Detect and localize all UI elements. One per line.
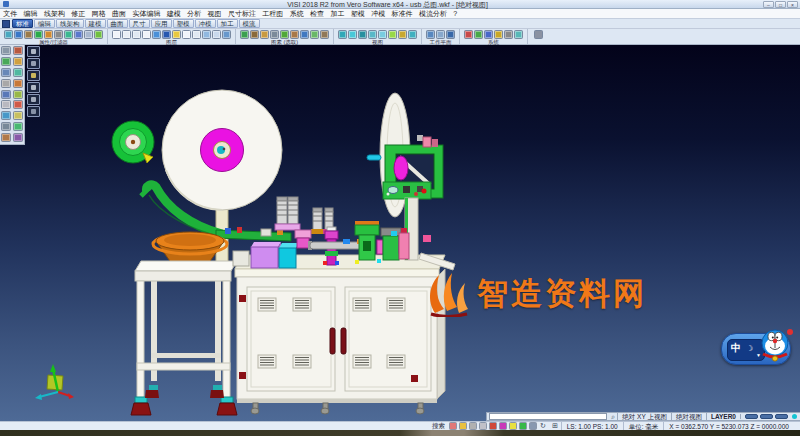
menu-item-12[interactable]: 系统 [287, 9, 307, 19]
toolbar-icon-3-2[interactable] [358, 30, 367, 39]
sidebar-tool-icon-9[interactable] [13, 90, 23, 99]
toolbar-icon-0-3[interactable] [34, 30, 43, 39]
toolbar-icon-5-1[interactable] [474, 30, 483, 39]
toolbar-icon-5-5[interactable] [514, 30, 523, 39]
view-button-3[interactable] [27, 82, 40, 93]
toolbar-icon-1-3[interactable] [142, 30, 151, 39]
ribbon-tab-4[interactable]: 曲面 [107, 19, 128, 28]
snap-icon-7[interactable] [519, 422, 527, 430]
status-swatch-0[interactable] [745, 414, 758, 419]
toolbar-icon-2-2[interactable] [260, 30, 269, 39]
toolbar-icon-1-6[interactable] [172, 30, 181, 39]
menu-item-3[interactable]: 修正 [68, 9, 88, 19]
toolbar-icon-1-1[interactable] [122, 30, 131, 39]
menu-item-1[interactable]: 编辑 [20, 9, 40, 19]
snap-icon-1[interactable] [459, 422, 467, 430]
toolbar-icon-2-5[interactable] [290, 30, 299, 39]
sidebar-tool-icon-8[interactable] [1, 90, 11, 99]
status-swatch-1[interactable] [760, 414, 773, 419]
toolbar-icon-2-3[interactable] [270, 30, 279, 39]
toolbar-icon-3-0[interactable] [338, 30, 347, 39]
menu-item-14[interactable]: 加工 [327, 9, 347, 19]
status-search-input[interactable] [489, 413, 607, 420]
menu-item-6[interactable]: 实体编辑 [129, 9, 163, 19]
ribbon-tab-3[interactable]: 建模 [85, 19, 106, 28]
snap-icon-3[interactable] [479, 422, 487, 430]
toolbar-icon-2-4[interactable] [280, 30, 289, 39]
menu-item-4[interactable]: 网格 [89, 9, 109, 19]
toolbar-icon-3-7[interactable] [408, 30, 417, 39]
sidebar-tool-icon-6[interactable] [1, 79, 11, 88]
toolbar-icon-1-4[interactable] [152, 30, 161, 39]
toolbar-icon-0-0[interactable] [4, 30, 13, 39]
toolbar-icon-5-0[interactable] [464, 30, 473, 39]
toolbar-icon-1-10[interactable] [212, 30, 221, 39]
toolbar-icon-2-0[interactable] [240, 30, 249, 39]
toolbar-icon-1-2[interactable] [132, 30, 141, 39]
search-icon[interactable]: ⌕ [611, 413, 615, 420]
toolbar-icon-0-9[interactable] [94, 30, 103, 39]
toolbar-icon-3-5[interactable] [388, 30, 397, 39]
sidebar-tool-icon-12[interactable] [1, 111, 11, 120]
snap-icon-4[interactable] [489, 422, 497, 430]
workplane-indicator[interactable]: 绝对 XY 上视图 [617, 412, 671, 421]
toolbar-icon-4-2[interactable] [446, 30, 455, 39]
menu-item-2[interactable]: 线架构 [41, 9, 68, 19]
sidebar-tool-icon-14[interactable] [1, 122, 11, 131]
snap-icon-5[interactable] [499, 422, 507, 430]
toolbar-icon-1-11[interactable] [222, 30, 231, 39]
window-button-2[interactable]: × [787, 1, 798, 8]
toolbar-icon-1-0[interactable] [112, 30, 121, 39]
sidebar-tool-icon-13[interactable] [13, 111, 23, 120]
refresh-icon[interactable]: ↻ [540, 422, 546, 430]
ribbon-tab-7[interactable]: 塑模 [173, 19, 194, 28]
toolbar-icon-3-3[interactable] [368, 30, 377, 39]
ribbon-overflow-button[interactable] [2, 20, 10, 28]
sidebar-tool-icon-1[interactable] [13, 46, 23, 55]
menu-item-19[interactable]: ? [450, 9, 460, 19]
ribbon-tab-9[interactable]: 加工 [217, 19, 238, 28]
layer-indicator[interactable]: LAYER0 [706, 412, 740, 421]
ribbon-tab-2[interactable]: 线架构 [56, 19, 84, 28]
sidebar-tool-icon-15[interactable] [13, 122, 23, 131]
toolbar-icon-3-1[interactable] [348, 30, 357, 39]
menu-item-16[interactable]: 冲模 [368, 9, 388, 19]
toolbar-icon-3-6[interactable] [398, 30, 407, 39]
sidebar-tool-icon-11[interactable] [13, 100, 23, 109]
sidebar-tool-icon-4[interactable] [1, 68, 11, 77]
snap-icon-6[interactable] [509, 422, 517, 430]
view-button-1[interactable] [27, 58, 40, 69]
moon-icon[interactable]: ☽ [746, 344, 753, 353]
menu-item-8[interactable]: 分析 [184, 9, 204, 19]
toolbar-icon-4-1[interactable] [436, 30, 445, 39]
toolbar-icon-0-6[interactable] [64, 30, 73, 39]
view-button-0[interactable] [27, 46, 40, 57]
toolbar-icon-1-9[interactable] [202, 30, 211, 39]
toolbar-icon-4-0[interactable] [426, 30, 435, 39]
ribbon-tab-5[interactable]: 尺寸 [129, 19, 150, 28]
ime-mode-indicator[interactable]: 中 [731, 342, 741, 353]
sidebar-tool-icon-7[interactable] [13, 79, 23, 88]
grid-icon[interactable]: ⊞ [552, 422, 558, 430]
toolbar-icon-0-2[interactable] [24, 30, 33, 39]
toolbar-icon-0-1[interactable] [14, 30, 23, 39]
toolbar-icon-1-8[interactable] [192, 30, 201, 39]
sidebar-tool-icon-16[interactable] [1, 133, 11, 142]
toolbar-icon-2-1[interactable] [250, 30, 259, 39]
toolbar-icon-1-7[interactable] [182, 30, 191, 39]
view-button-2[interactable] [27, 70, 40, 81]
toolbar-icon-2-7[interactable] [310, 30, 319, 39]
machine-model[interactable] [25, 45, 800, 421]
snap-icon-8[interactable] [529, 422, 537, 430]
bowl-stand[interactable] [131, 261, 237, 415]
toolbar-icon-0-7[interactable] [74, 30, 83, 39]
toolbar-icon-2-8[interactable] [320, 30, 329, 39]
window-button-1[interactable]: □ [775, 1, 786, 8]
menu-item-13[interactable]: 检查 [307, 9, 327, 19]
sidebar-tool-icon-0[interactable] [1, 46, 11, 55]
toolbar-icon-0-5[interactable] [54, 30, 63, 39]
menu-item-11[interactable]: 工程图 [259, 9, 286, 19]
menu-item-7[interactable]: 建模 [164, 9, 184, 19]
snap-icon-2[interactable] [469, 422, 477, 430]
menu-item-17[interactable]: 标准件 [388, 9, 415, 19]
